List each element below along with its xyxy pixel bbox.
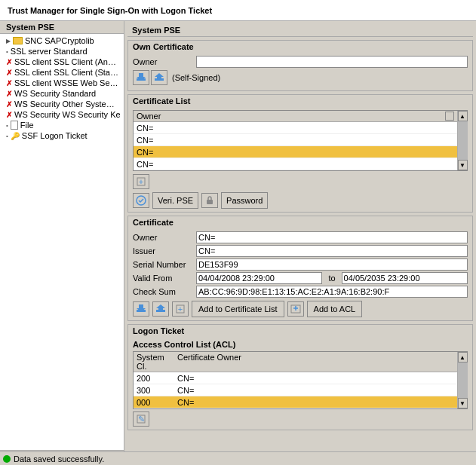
cert-list-scrollbar[interactable]: ▲ ▼ <box>457 111 467 170</box>
tree-item-ws-key[interactable]: ✗ WS Security WS Security Ke <box>0 109 124 120</box>
password-label: Password <box>226 196 263 205</box>
add-to-acl-button[interactable]: Add to ACL <box>307 301 363 317</box>
acl-row[interactable]: 300 CN= <box>134 384 457 396</box>
add-cert-list-label: Add to Certificate List <box>198 304 278 314</box>
file-icon <box>11 121 18 130</box>
tree-header-label: System PSE <box>6 23 54 32</box>
add-cert-list-icon[interactable]: + <box>172 301 189 317</box>
right-panel: System PSE Own Certificate Owner (Self-S… <box>124 21 476 462</box>
tree-item-ssl-server[interactable]: • SSL server Standard <box>0 46 124 57</box>
cert-valid-from-text: 04/04/2008 23:29:00 <box>198 274 275 283</box>
cert-issuer-text: CN= <box>198 246 215 255</box>
logon-ticket-section: Logon Ticket Access Control List (ACL) S… <box>127 324 473 430</box>
acl-cert: CN= <box>177 374 454 383</box>
acl-scroll-down[interactable]: ▼ <box>458 398 468 408</box>
acl-system: 200 <box>137 374 174 383</box>
tree-item-file[interactable]: • File <box>0 120 124 130</box>
add-to-cert-list-button[interactable]: Add to Certificate List <box>192 301 284 317</box>
veri-pse-button[interactable]: Veri. PSE <box>152 192 198 209</box>
acl-row-selected[interactable]: 000 CN= <box>134 396 457 408</box>
add-to-list-icon-btn[interactable]: + <box>133 174 149 189</box>
bullet-icon: • <box>6 48 8 55</box>
error-icon: ✗ <box>6 58 12 66</box>
tree-item-ssl-wsse[interactable]: ✗ SSL client WSSE Web Servic <box>0 78 124 88</box>
acl-header: System Cl. Certificate Owner <box>134 352 457 372</box>
tree-item-label: SSL server Standard <box>11 47 88 56</box>
tree-item-ssl-anon[interactable]: ✗ SSL client SSL Client (Anony <box>0 57 124 67</box>
cn-value: CN= <box>137 148 454 157</box>
veri-icon[interactable] <box>133 193 149 208</box>
cert-action-buttons: + Add to Certificate List Add to ACL <box>133 301 468 317</box>
svg-text:✎: ✎ <box>138 415 145 424</box>
add-cert-icon-row: + <box>133 174 468 189</box>
svg-marker-11 <box>156 304 165 311</box>
own-certificate-section: Own Certificate Owner (Self-Signed) <box>127 40 473 91</box>
cert-list-section: Certificate List Owner CN= <box>127 94 473 213</box>
tree-item-label: SSF Logon Ticket <box>22 131 88 140</box>
tree-item-snc[interactable]: ▶ SNC SAPCryptolib <box>0 35 124 46</box>
cert-owner-row: Owner CN= <box>133 231 468 243</box>
add-acl-icon[interactable] <box>287 301 304 317</box>
left-panel: System PSE ▶ SNC SAPCryptolib • SSL serv… <box>0 21 124 462</box>
tree-item-label: SNC SAPCryptolib <box>25 36 94 45</box>
acl-col-cert-owner: Certificate Owner <box>177 353 454 371</box>
error-icon: ✗ <box>6 111 12 119</box>
certificate-title: Certificate <box>128 216 472 228</box>
cert-owner-label: Owner <box>133 233 193 242</box>
cert-list-container: Owner CN= CN= <box>133 110 468 171</box>
status-bar: Data saved successfully. <box>0 451 476 465</box>
cert-valid-label: Valid From <box>133 274 193 283</box>
tree-item-ws-other[interactable]: ✗ WS Security Other System E <box>0 99 124 109</box>
error-icon: ✗ <box>6 69 12 77</box>
acl-container: System Cl. Certificate Owner 200 CN= 300… <box>133 351 468 409</box>
cert-valid-to-text: 04/05/2035 23:29:00 <box>344 274 420 283</box>
scroll-up-btn[interactable]: ▲ <box>458 111 468 121</box>
app-title: Trust Manager for Single Sign-On with Lo… <box>8 6 212 15</box>
cert-checkbox[interactable] <box>445 112 454 121</box>
tree-item-label: SSL client WSSE Web Servic <box>14 78 121 87</box>
cert-export-icon[interactable] <box>152 301 169 317</box>
lock-icon[interactable] <box>201 193 218 208</box>
cert-icon-actions: (Self-Signed) <box>133 70 468 85</box>
cert-checksum-row: Check Sum AB:CC:96:9D:98:E1:13:15:AC:E2:… <box>133 286 468 298</box>
system-pse-title: System PSE <box>127 24 473 37</box>
export-cert-btn[interactable] <box>151 70 167 85</box>
acl-action-icon[interactable]: ✎ <box>133 411 149 427</box>
pse-buttons: Veri. PSE Password <box>133 192 468 209</box>
cn-value: CN= <box>137 160 454 169</box>
cert-checksum-label: Check Sum <box>133 287 193 296</box>
cert-owner-value: CN= <box>196 231 468 243</box>
cert-list-rows: CN= CN= CN= CN= <box>134 122 457 170</box>
cert-issuer-row: Issuer CN= <box>133 245 468 257</box>
svg-rect-7 <box>207 200 213 204</box>
tree-item-ssf[interactable]: • 🔑 SSF Logon Ticket <box>0 130 124 141</box>
owner-row: Owner <box>133 56 468 68</box>
logon-ticket-title: Logon Ticket <box>128 325 472 337</box>
add-acl-label: Add to ACL <box>314 304 356 314</box>
acl-scroll-up[interactable]: ▲ <box>458 352 468 363</box>
cert-import-icon[interactable] <box>133 301 149 317</box>
acl-system: 300 <box>137 386 174 395</box>
import-cert-btn[interactable] <box>133 70 149 85</box>
tree-content[interactable]: ▶ SNC SAPCryptolib • SSL server Standard… <box>0 34 124 450</box>
tree-item-ws-std[interactable]: ✗ WS Security Standard <box>0 88 124 99</box>
cert-list-row[interactable]: CN= <box>134 134 457 146</box>
title-bar: Trust Manager for Single Sign-On with Lo… <box>0 0 476 21</box>
bullet-icon: • <box>6 133 8 139</box>
tree-item-label: WS Security WS Security Ke <box>14 110 121 119</box>
cert-list-row[interactable]: CN= <box>134 122 457 134</box>
svg-marker-3 <box>155 73 164 79</box>
tree-item-label: SSL client SSL Client (Anony <box>14 57 121 66</box>
scroll-down-btn[interactable]: ▼ <box>458 160 468 170</box>
owner-input[interactable] <box>196 56 468 68</box>
own-cert-title: Own Certificate <box>128 41 472 53</box>
cert-list-row-selected[interactable]: CN= <box>134 146 457 158</box>
password-button[interactable]: Password <box>221 192 268 209</box>
tree-item-ssl-std[interactable]: ✗ SSL client SSL Client (Standa <box>0 67 124 78</box>
folder-icon <box>13 37 23 44</box>
self-signed-label: (Self-Signed) <box>172 73 220 82</box>
acl-row[interactable]: 200 CN= <box>134 372 457 384</box>
cert-list-row[interactable]: CN= <box>134 158 457 170</box>
tree-item-label: WS Security Standard <box>14 89 96 98</box>
acl-scrollbar[interactable]: ▲ ▼ <box>457 352 467 408</box>
